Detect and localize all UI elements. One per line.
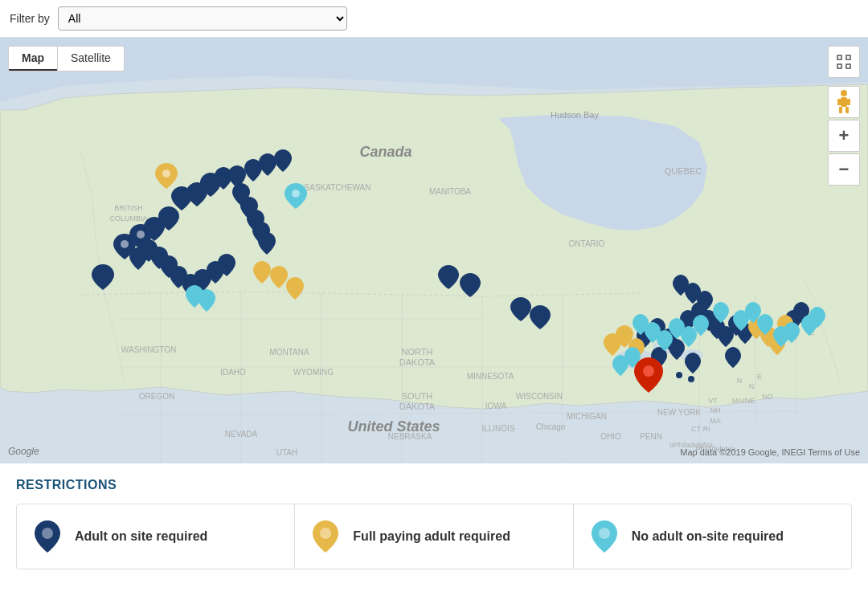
gold-pin-icon: [311, 519, 340, 554]
svg-rect-66: [837, 55, 841, 59]
filter-label: Filter by: [10, 12, 50, 25]
svg-text:OREGON: OREGON: [139, 392, 174, 401]
svg-text:Canada: Canada: [359, 144, 411, 160]
svg-rect-75: [847, 99, 850, 105]
svg-text:N: N: [737, 377, 743, 385]
svg-text:BRITISH: BRITISH: [114, 204, 143, 212]
svg-text:OHIO: OHIO: [600, 432, 621, 441]
map-attribution: Map data ©2019 Google, INEGI Terms of Us…: [680, 447, 860, 457]
legend-item-full-paying: Full paying adult required: [295, 504, 573, 569]
legend-item-no-adult: No adult on-site required: [574, 504, 851, 569]
dark-blue-pin-icon: [33, 519, 62, 554]
svg-text:NH: NH: [710, 406, 721, 414]
svg-text:ILLINOIS: ILLINOIS: [481, 424, 514, 433]
svg-text:ONTARIO: ONTARIO: [569, 239, 605, 248]
svg-text:E: E: [757, 373, 762, 381]
filter-bar: Filter by AllAdult on site requiredFull …: [0, 0, 868, 38]
svg-rect-69: [846, 64, 850, 68]
svg-point-59: [121, 240, 129, 248]
svg-rect-71: [841, 97, 847, 107]
tab-satellite[interactable]: Satellite: [58, 47, 124, 71]
svg-text:DAKOTA: DAKOTA: [399, 402, 436, 411]
svg-text:NORTH: NORTH: [402, 347, 433, 357]
svg-point-60: [137, 231, 145, 239]
zoom-out-button[interactable]: −: [828, 153, 860, 186]
svg-text:WASHINGTON: WASHINGTON: [121, 345, 176, 354]
street-view-button[interactable]: [828, 86, 860, 118]
svg-text:MAINE: MAINE: [732, 397, 755, 405]
svg-text:MINNESOTA: MINNESOTA: [467, 372, 514, 381]
map-type-tabs: Map Satellite: [8, 46, 125, 71]
svg-text:IDAHO: IDAHO: [220, 368, 246, 377]
svg-text:NEW YORK: NEW YORK: [657, 408, 702, 417]
svg-point-65: [643, 365, 654, 377]
svg-text:COLUMBIA: COLUMBIA: [109, 214, 147, 222]
svg-text:Chicago: Chicago: [536, 422, 566, 431]
svg-rect-68: [837, 64, 841, 68]
filter-select[interactable]: AllAdult on site requiredFull paying adu…: [58, 6, 347, 31]
svg-rect-67: [846, 55, 850, 59]
svg-text:Hudson Bay: Hudson Bay: [551, 110, 599, 120]
zoom-in-button[interactable]: +: [828, 120, 860, 152]
map-container[interactable]: Canada United States Hudson Bay BRITISH …: [0, 38, 868, 463]
map-controls: + −: [828, 46, 860, 186]
svg-rect-73: [845, 107, 849, 113]
light-blue-pin-icon: [590, 519, 619, 554]
legend-label-full-paying: Full paying adult required: [353, 529, 510, 544]
google-logo: Google: [8, 446, 39, 457]
svg-rect-72: [839, 107, 842, 113]
svg-point-70: [841, 90, 847, 96]
fullscreen-button[interactable]: [828, 46, 860, 78]
svg-text:UTAH: UTAH: [276, 448, 297, 457]
svg-point-62: [688, 376, 694, 382]
svg-text:WYOMING: WYOMING: [293, 368, 334, 377]
svg-text:NEBRASKA: NEBRASKA: [388, 432, 432, 441]
svg-text:NEVADA: NEVADA: [225, 430, 258, 439]
svg-text:SASKATCHEWAN: SASKATCHEWAN: [305, 183, 371, 192]
restrictions-legend: Adult on site required Full paying adult…: [16, 504, 852, 569]
svg-text:NO: NO: [762, 393, 773, 401]
svg-text:IOWA: IOWA: [485, 402, 507, 410]
svg-point-61: [676, 372, 682, 378]
svg-point-64: [292, 190, 300, 198]
svg-text:SOUTH: SOUTH: [402, 391, 433, 401]
svg-text:QUEBEC: QUEBEC: [665, 166, 702, 176]
svg-point-76: [42, 528, 53, 539]
svg-point-78: [599, 528, 610, 539]
svg-text:CT RI: CT RI: [691, 425, 710, 433]
map-svg: Canada United States Hudson Bay BRITISH …: [0, 38, 868, 463]
svg-text:MICHIGAN: MICHIGAN: [567, 412, 607, 421]
svg-text:WISCONSIN: WISCONSIN: [516, 392, 563, 401]
svg-text:MA: MA: [710, 417, 721, 425]
restrictions-section: RESTRICTIONS Adult on site required Full…: [0, 463, 868, 582]
svg-text:MANITOBA: MANITOBA: [429, 187, 471, 196]
svg-text:MONTANA: MONTANA: [269, 348, 309, 357]
restrictions-title: RESTRICTIONS: [16, 478, 852, 492]
legend-item-adult-on-site: Adult on site required: [17, 504, 295, 569]
svg-point-77: [320, 528, 331, 539]
svg-point-63: [162, 169, 170, 178]
tab-map[interactable]: Map: [9, 47, 57, 71]
svg-text:DAKOTA: DAKOTA: [399, 357, 436, 367]
svg-rect-74: [837, 99, 841, 105]
svg-text:PENN: PENN: [640, 432, 662, 441]
svg-text:N: N: [749, 382, 755, 390]
legend-label-adult-on-site: Adult on site required: [75, 529, 207, 544]
svg-text:VT: VT: [708, 397, 718, 405]
legend-label-no-adult: No adult on-site required: [632, 529, 784, 544]
